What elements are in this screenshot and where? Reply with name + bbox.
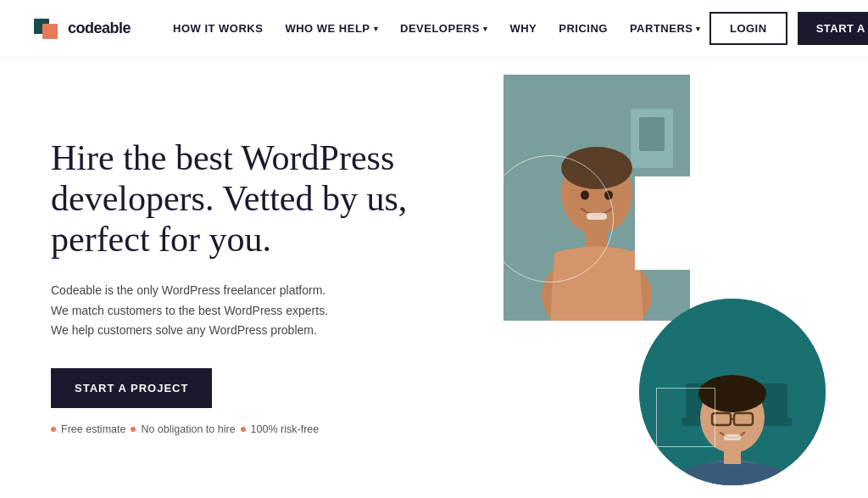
- square-outline-decoration: [656, 388, 715, 447]
- svg-rect-4: [639, 117, 665, 151]
- chevron-down-icon: ▾: [696, 25, 701, 33]
- white-square-overlay: [635, 176, 728, 270]
- svg-rect-1: [42, 24, 58, 39]
- hero-left: Hire the best WordPress developers. Vett…: [51, 58, 478, 498]
- logo-icon: [34, 15, 61, 42]
- header-actions: LOGIN START A PROJECT: [709, 12, 868, 45]
- nav-partners[interactable]: PARTNERS ▾: [621, 15, 709, 42]
- nav-how-it-works[interactable]: HOW IT WORKS: [164, 15, 271, 42]
- badge-risk-free: 100% risk-free: [251, 423, 320, 435]
- badge-dot-2: [131, 427, 136, 432]
- svg-rect-22: [724, 434, 741, 440]
- nav-developers[interactable]: DEVELOPERS ▾: [392, 15, 496, 42]
- hero-badges: Free estimate No obligation to hire 100%…: [51, 423, 444, 435]
- circle-outline-decoration: [487, 155, 614, 283]
- logo-text: codeable: [68, 20, 131, 37]
- logo[interactable]: codeable: [34, 15, 131, 42]
- header: codeable HOW IT WORKS WHO WE HELP ▾ DEVE…: [0, 0, 868, 58]
- nav-who-we-help[interactable]: WHO WE HELP ▾: [276, 15, 387, 42]
- hero-section: Hire the best WordPress developers. Vett…: [0, 58, 868, 498]
- start-project-header-button[interactable]: START A PROJECT: [798, 12, 868, 45]
- hero-title: Hire the best WordPress developers. Vett…: [51, 137, 444, 260]
- badge-free-estimate: Free estimate: [61, 423, 125, 435]
- chevron-down-icon: ▾: [374, 25, 379, 33]
- nav-pricing[interactable]: PRICING: [550, 15, 616, 42]
- hero-right: [478, 58, 834, 498]
- hero-description: Codeable is the only WordPress freelance…: [51, 281, 339, 341]
- main-nav: HOW IT WORKS WHO WE HELP ▾ DEVELOPERS ▾ …: [164, 15, 709, 42]
- chevron-down-icon: ▾: [483, 25, 488, 33]
- login-button[interactable]: LOGIN: [709, 12, 787, 45]
- start-project-main-button[interactable]: START A PROJECT: [51, 368, 212, 408]
- badge-dot-1: [51, 427, 56, 432]
- nav-why[interactable]: WHY: [501, 15, 545, 42]
- badge-dot-3: [241, 427, 246, 432]
- badge-no-obligation: No obligation to hire: [141, 423, 235, 435]
